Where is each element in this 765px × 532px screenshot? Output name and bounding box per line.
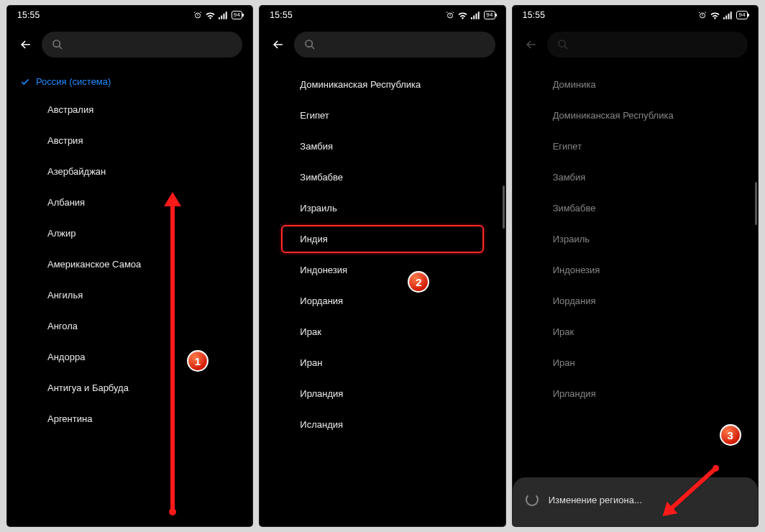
battery-icon: 94 [736,11,748,19]
list-item[interactable]: Индонезия [260,254,505,285]
list-item[interactable]: Ангилья [7,280,252,311]
status-icons: 94 [193,11,243,19]
scroll-indicator [503,185,505,229]
status-icons: 94 [698,11,748,19]
list-item: Ирландия [513,378,758,409]
back-button[interactable] [17,36,35,53]
status-bar: 15:55 94 [260,6,505,24]
alarm-icon [193,11,202,19]
svg-rect-3 [223,13,224,19]
phone-screen-3: 15:55 94 Доминика Доминиканская Республи… [513,6,758,526]
selected-region[interactable]: Россия (система) [7,69,252,94]
list-item[interactable]: Ангола [7,311,252,341]
list-item[interactable]: Исландия [260,409,505,440]
header [260,24,505,62]
list-item[interactable]: Ирак [260,316,505,347]
svg-rect-8 [473,15,475,19]
list-item[interactable]: Андорра [7,341,252,372]
wifi-icon [710,12,720,19]
search-input[interactable] [547,32,748,58]
search-icon [304,39,316,50]
svg-rect-16 [730,12,732,19]
header [7,24,252,62]
list-item[interactable]: Австралия [7,94,252,125]
svg-rect-14 [726,15,728,19]
phone-screen-1: 15:55 94 Россия (система) Австралия Авст… [7,6,252,526]
spinner-icon [526,493,539,506]
battery-icon: 94 [484,11,495,19]
list-item[interactable]: Израиль [260,193,505,224]
annotation-badge-3: 3 [720,424,741,446]
selected-region-label: Россия (система) [36,76,111,87]
svg-point-5 [53,40,60,47]
list-item[interactable]: Ирландия [260,378,505,409]
list-item[interactable]: Алжир [7,218,252,249]
back-arrow-icon [19,37,33,52]
status-bar: 15:55 94 [7,6,252,24]
list-item[interactable]: Зимбабве [260,162,505,193]
list-item: Доминика [513,69,758,100]
back-button[interactable] [523,36,540,53]
list-item: Замбия [513,162,758,193]
list-item[interactable]: Австрия [7,125,252,156]
list-item: Ирак [513,316,758,347]
header [513,24,758,62]
list-item[interactable]: Албания [7,187,252,218]
list-item[interactable]: Иордания [260,285,505,316]
svg-point-11 [306,40,312,47]
wifi-icon [458,12,467,19]
back-arrow-icon [271,37,285,52]
status-time: 15:55 [270,10,293,20]
svg-point-17 [559,40,565,47]
list-item: Зимбабве [513,193,758,224]
list-item: Египет [513,131,758,162]
svg-rect-15 [728,13,730,19]
signal-icon [219,12,228,19]
list-item: Доминиканская Республика [513,100,758,131]
back-button[interactable] [270,36,287,53]
list-item: Иран [513,347,758,378]
signal-icon [723,12,733,19]
wifi-icon [206,12,215,19]
status-time: 15:55 [17,10,40,20]
status-bar: 15:55 94 [513,6,758,24]
list-item[interactable]: Аргентина [7,403,252,434]
svg-rect-13 [723,17,725,19]
check-icon [20,77,30,87]
search-icon [52,39,63,50]
region-list[interactable]: Доминиканская Республика Египет Замбия З… [260,62,505,526]
svg-rect-9 [476,13,477,19]
list-item: Иордания [513,285,758,316]
svg-rect-4 [226,12,227,19]
list-item[interactable]: Иран [260,347,505,378]
back-arrow-icon [524,37,539,52]
list-item-highlighted[interactable]: Индия [260,224,505,254]
status-icons: 94 [446,11,495,19]
status-time: 15:55 [523,10,546,20]
list-item[interactable]: Антигуа и Барбуда [7,372,252,403]
svg-rect-2 [221,15,222,19]
list-item: Израиль [513,224,758,254]
search-icon [557,39,569,50]
toast: Изменение региона... [513,477,758,526]
list-item: Индонезия [513,254,758,285]
region-list[interactable]: Россия (система) Австралия Австрия Азерб… [7,62,252,526]
search-input[interactable] [42,32,242,58]
search-input[interactable] [294,32,495,58]
annotation-badge-1: 1 [187,350,209,372]
list-item[interactable]: Американское Самоа [7,249,252,280]
region-list: Доминика Доминиканская Республика Египет… [513,62,758,526]
toast-text: Изменение региона... [549,495,642,505]
list-item[interactable]: Доминиканская Республика [260,69,505,100]
annotation-arrow-up [170,203,175,513]
alarm-icon [446,11,454,19]
scroll-indicator [755,182,757,225]
svg-rect-1 [219,17,220,19]
list-item[interactable]: Замбия [260,131,505,162]
svg-rect-7 [471,17,472,19]
list-item[interactable]: Азербайджан [7,156,252,187]
alarm-icon [698,11,707,19]
list-item[interactable]: Египет [260,100,505,131]
svg-rect-10 [478,12,480,19]
signal-icon [471,12,480,19]
